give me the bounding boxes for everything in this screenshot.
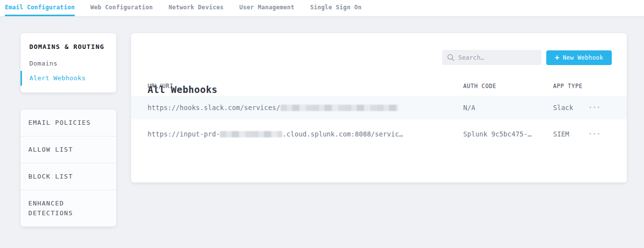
redacted-url-segment	[280, 105, 399, 111]
domains-routing-heading: DOMAINS & ROUTING	[21, 43, 116, 50]
email-sections-card: EMAIL POLICIES ALLOW LIST BLOCK LIST ENH…	[21, 110, 116, 226]
sidebar-item-block-list[interactable]: BLOCK LIST	[21, 163, 116, 190]
sidebar-item-email-policies[interactable]: EMAIL POLICIES	[21, 110, 116, 136]
top-nav: Email Configuration Web Configuration Ne…	[0, 0, 644, 17]
table-row: https://hooks.slack.com/services/ N/A Sl…	[131, 96, 627, 119]
webhooks-panel: All Webhooks + New Webhook URL/URI AUTH …	[131, 33, 627, 182]
redacted-url-segment	[220, 131, 282, 137]
column-header-url: URL/URI	[148, 82, 173, 90]
webhook-app-type: Slack	[553, 104, 573, 112]
row-menu-button[interactable]: •••	[588, 103, 602, 112]
tab-user-management[interactable]: User Management	[239, 0, 295, 16]
tab-email-configuration[interactable]: Email Configuration	[5, 0, 75, 16]
sidebar-item-domains[interactable]: Domains	[21, 56, 116, 71]
new-webhook-button-label: New Webhook	[563, 54, 603, 61]
webhook-url: https://hooks.slack.com/services/	[148, 104, 399, 112]
table-row: https://input-prd-.cloud.splunk.com:8088…	[131, 119, 627, 149]
webhook-app-type: SIEM	[553, 130, 569, 138]
column-header-app-type: APP TYPE	[553, 82, 582, 90]
row-menu-button[interactable]: •••	[588, 130, 602, 138]
search-input[interactable]	[458, 54, 532, 61]
column-header-auth-code: AUTH CODE	[463, 82, 496, 90]
tab-single-sign-on[interactable]: Single Sign On	[310, 0, 362, 16]
search-box	[442, 50, 541, 65]
webhook-url: https://input-prd-.cloud.splunk.com:8088…	[148, 130, 403, 138]
new-webhook-button[interactable]: + New Webhook	[546, 50, 612, 65]
tab-network-devices[interactable]: Network Devices	[169, 0, 224, 16]
sidebar-item-allow-list[interactable]: ALLOW LIST	[21, 136, 116, 163]
tab-web-configuration[interactable]: Web Configuration	[90, 0, 153, 16]
search-icon	[447, 54, 454, 61]
domains-routing-card: DOMAINS & ROUTING Domains Alert Webhooks	[21, 33, 116, 92]
sidebar-item-enhanced-detections[interactable]: ENHANCED DETECTIONS	[21, 190, 116, 226]
webhook-auth-code: Splunk 9c5bc475-…	[463, 130, 532, 138]
webhooks-table-header: URL/URI AUTH CODE APP TYPE	[131, 82, 627, 90]
webhook-auth-code: N/A	[463, 104, 475, 112]
plus-icon: +	[555, 54, 559, 62]
sidebar-item-alert-webhooks[interactable]: Alert Webhooks	[21, 71, 116, 86]
